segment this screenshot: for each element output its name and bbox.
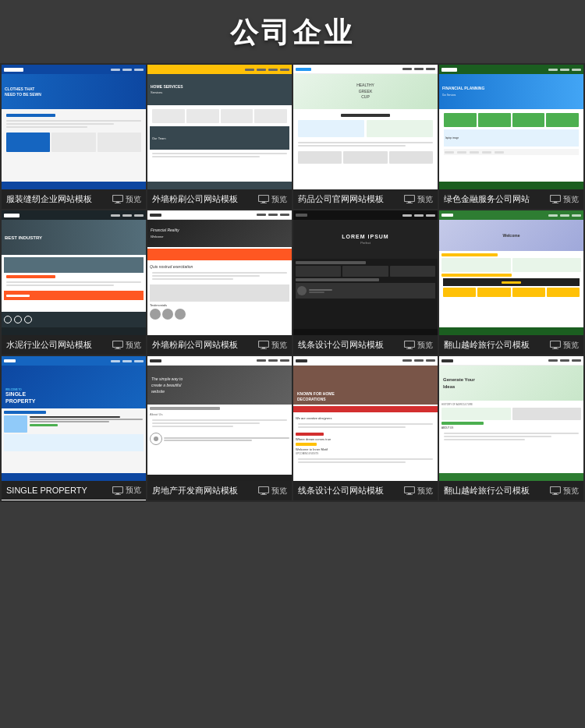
template-label-3: 药品公司官网网站模板 预览 — [293, 189, 438, 209]
svg-rect-32 — [406, 494, 413, 495]
template-card-8[interactable]: Welcome — [439, 210, 583, 355]
svg-rect-15 — [259, 341, 269, 348]
preview-btn-8[interactable]: 预览 — [550, 340, 579, 351]
svg-rect-17 — [261, 348, 267, 349]
template-grid: CLOTHES THATNEED TO BE SEWN 服装缝纫企业 — [0, 63, 585, 502]
template-card-5[interactable]: BEST INDUSTRY — [2, 210, 146, 355]
template-label-5: 水泥行业公司网站模板 预览 — [2, 335, 146, 355]
template-card-3[interactable]: HEALTHYGREEKCUP — [293, 65, 438, 209]
svg-rect-9 — [551, 196, 561, 202]
svg-rect-26 — [115, 494, 121, 495]
template-label-4: 绿色金融服务公司网站 预览 — [439, 189, 583, 209]
template-preview-9: WELCOME TO SINGLEPROPERTY — [2, 356, 146, 481]
preview-btn-11[interactable]: 预览 — [404, 486, 433, 497]
template-preview-3: HEALTHYGREEKCUP — [293, 65, 438, 189]
template-label-8: 翻山越岭旅行公司模板 预览 — [439, 335, 583, 355]
template-preview-11: KNOWN FOR HOMEDECORATIONS We are creativ… — [293, 356, 438, 481]
template-card-12[interactable]: Generate YourIdeas History of Agricultur… — [439, 356, 583, 500]
template-preview-7: LOREM IPSUM Perfect — [293, 210, 438, 335]
preview-btn-1[interactable]: 预览 — [112, 194, 141, 205]
svg-rect-11 — [552, 203, 558, 203]
template-label-6: 外墙粉刷公司网站模板 预览 — [147, 335, 292, 355]
svg-rect-6 — [405, 196, 415, 202]
svg-rect-2 — [115, 203, 121, 203]
preview-btn-10[interactable]: 预览 — [258, 486, 287, 497]
template-preview-8: Welcome — [439, 210, 583, 335]
preview-btn-9[interactable]: 预览 — [112, 485, 141, 496]
template-preview-2: HOME SERVICESServices Our Team — [147, 65, 292, 189]
svg-rect-8 — [406, 203, 413, 203]
svg-rect-35 — [552, 494, 558, 495]
template-preview-1: CLOTHES THATNEED TO BE SEWN — [2, 65, 146, 189]
template-card-1[interactable]: CLOTHES THATNEED TO BE SEWN 服装缝纫企业 — [2, 65, 146, 209]
svg-rect-18 — [405, 341, 415, 348]
svg-rect-33 — [551, 487, 561, 493]
template-label-1: 服装缝纫企业网站模板 预览 — [2, 189, 146, 209]
template-card-2[interactable]: HOME SERVICESServices Our Team — [147, 65, 292, 209]
preview-btn-6[interactable]: 预览 — [258, 340, 287, 351]
template-preview-10: The simple way tocreate a beautifulwebsi… — [147, 356, 292, 481]
template-label-2: 外墙粉刷公司网站模板 预览 — [147, 189, 292, 209]
template-card-6[interactable]: Financial RealityWelcome Quis nostrud ex… — [147, 210, 292, 355]
svg-rect-24 — [113, 486, 123, 493]
preview-btn-3[interactable]: 预览 — [404, 194, 433, 205]
template-label-10: 房地产开发商网站模板 预览 — [147, 481, 292, 500]
template-label-9: SINGLE PROPERTY 预览 — [2, 481, 146, 500]
template-preview-12: Generate YourIdeas History of Agricultur… — [439, 356, 583, 481]
svg-rect-21 — [551, 341, 561, 348]
preview-btn-2[interactable]: 预览 — [258, 194, 287, 205]
template-card-9[interactable]: WELCOME TO SINGLEPROPERTY — [2, 356, 146, 500]
preview-btn-4[interactable]: 预览 — [550, 194, 579, 205]
template-card-7[interactable]: LOREM IPSUM Perfect — [293, 210, 438, 355]
svg-rect-27 — [259, 487, 269, 493]
template-card-4[interactable]: FINANCIAL PLANNINGOur Services laptop im… — [439, 65, 583, 209]
preview-btn-12[interactable]: 预览 — [550, 486, 579, 497]
template-preview-4: FINANCIAL PLANNINGOur Services laptop im… — [439, 65, 583, 189]
svg-rect-14 — [115, 348, 121, 349]
svg-rect-3 — [259, 196, 269, 202]
svg-rect-0 — [113, 196, 123, 202]
template-preview-6: Financial RealityWelcome Quis nostrud ex… — [147, 210, 292, 335]
svg-rect-20 — [406, 348, 413, 349]
svg-rect-12 — [113, 341, 123, 348]
svg-rect-29 — [261, 494, 267, 495]
template-preview-5: BEST INDUSTRY — [2, 210, 146, 335]
svg-rect-23 — [552, 348, 558, 349]
preview-btn-5[interactable]: 预览 — [112, 340, 141, 351]
preview-btn-7[interactable]: 预览 — [404, 340, 433, 351]
svg-rect-30 — [405, 487, 415, 493]
template-label-11: 线条设计公司网站模板 预览 — [293, 481, 438, 500]
template-card-10[interactable]: The simple way tocreate a beautifulwebsi… — [147, 356, 292, 500]
template-label-12: 翻山越岭旅行公司模板 预览 — [439, 481, 583, 500]
template-card-11[interactable]: KNOWN FOR HOMEDECORATIONS We are creativ… — [293, 356, 438, 500]
svg-rect-5 — [261, 203, 267, 203]
page-title: 公司企业 — [0, 14, 585, 52]
page-header: 公司企业 — [0, 0, 585, 63]
template-label-7: 线条设计公司网站模板 预览 — [293, 335, 438, 355]
